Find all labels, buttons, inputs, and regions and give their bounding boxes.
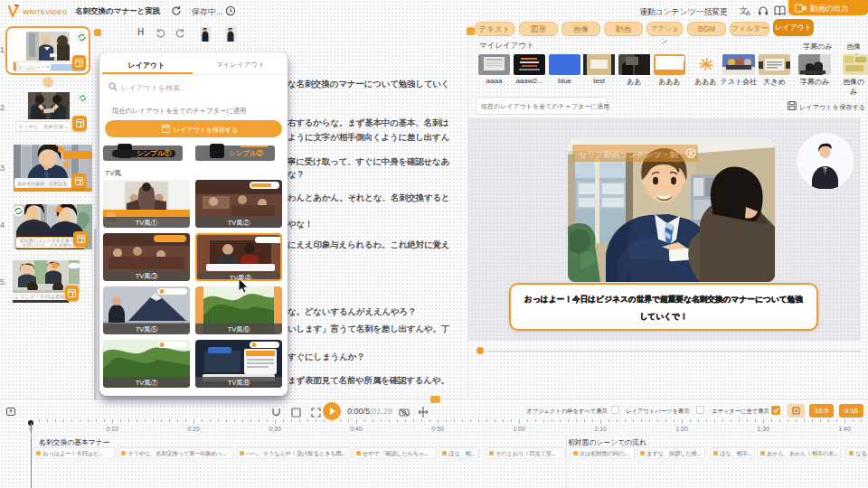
svg-text:セリフ動画コンテンツ・制: セリフ動画コンテンツ・制 (579, 150, 678, 159)
svg-text:A: A (746, 10, 750, 16)
